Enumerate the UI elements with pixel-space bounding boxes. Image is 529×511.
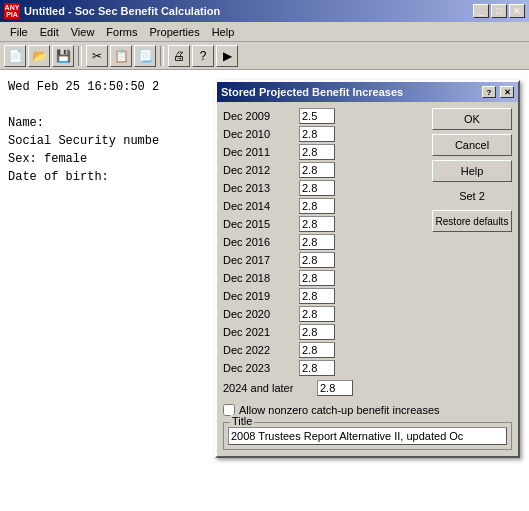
dialog-close-button[interactable]: ✕: [500, 86, 514, 98]
year-row: Dec 2011: [223, 144, 426, 160]
app-title-bar: ANYPIA Untitled - Soc Sec Benefit Calcul…: [0, 0, 529, 22]
year-label: Dec 2020: [223, 308, 295, 320]
year-row: Dec 2023: [223, 360, 426, 376]
year-input-11[interactable]: [299, 306, 335, 322]
year-label: Dec 2017: [223, 254, 295, 266]
menu-bar: File Edit View Forms Properties Help: [0, 22, 529, 42]
title-input[interactable]: [228, 427, 507, 445]
year-label: Dec 2016: [223, 236, 295, 248]
year-label: Dec 2013: [223, 182, 295, 194]
dialog-overlay: Stored Projected Benefit Increases ? ✕ D…: [0, 70, 529, 511]
year-row: Dec 2019: [223, 288, 426, 304]
minimize-button[interactable]: _: [473, 4, 489, 18]
year-label: Dec 2023: [223, 362, 295, 374]
year-label: Dec 2010: [223, 128, 295, 140]
separator-1: [78, 46, 82, 66]
cut-button[interactable]: ✂: [86, 45, 108, 67]
menu-edit[interactable]: Edit: [34, 25, 65, 39]
cancel-button[interactable]: Cancel: [432, 134, 512, 156]
run-button[interactable]: ▶: [216, 45, 238, 67]
year-row: Dec 2017: [223, 252, 426, 268]
help-btn[interactable]: Help: [432, 160, 512, 182]
dialog-title-bar: Stored Projected Benefit Increases ? ✕: [217, 82, 518, 102]
dialog-title: Stored Projected Benefit Increases: [221, 86, 478, 98]
menu-help[interactable]: Help: [206, 25, 241, 39]
stored-projected-dialog: Stored Projected Benefit Increases ? ✕ D…: [215, 80, 520, 458]
year-input-5[interactable]: [299, 198, 335, 214]
paste-button[interactable]: 📃: [134, 45, 156, 67]
year-input-2[interactable]: [299, 144, 335, 160]
close-button[interactable]: ✕: [509, 4, 525, 18]
year-row: Dec 2022: [223, 342, 426, 358]
dialog-help-button[interactable]: ?: [482, 86, 496, 98]
copy-button[interactable]: 📋: [110, 45, 132, 67]
year-row: Dec 2010: [223, 126, 426, 142]
maximize-button[interactable]: □: [491, 4, 507, 18]
year-row: Dec 2021: [223, 324, 426, 340]
print-button[interactable]: 🖨: [168, 45, 190, 67]
year-row: Dec 2009: [223, 108, 426, 124]
later-label: 2024 and later: [223, 382, 313, 394]
year-label: Dec 2011: [223, 146, 295, 158]
later-row: 2024 and later: [223, 380, 426, 396]
year-input-14[interactable]: [299, 360, 335, 376]
years-panel: Dec 2009Dec 2010Dec 2011Dec 2012Dec 2013…: [223, 108, 426, 396]
year-row: Dec 2020: [223, 306, 426, 322]
app-icon: ANYPIA: [4, 3, 20, 19]
year-rows-container: Dec 2009Dec 2010Dec 2011Dec 2012Dec 2013…: [223, 108, 426, 376]
year-label: Dec 2014: [223, 200, 295, 212]
menu-file[interactable]: File: [4, 25, 34, 39]
year-input-10[interactable]: [299, 288, 335, 304]
year-label: Dec 2018: [223, 272, 295, 284]
year-label: Dec 2015: [223, 218, 295, 230]
restore-defaults-button[interactable]: Restore defaults: [432, 210, 512, 232]
year-input-9[interactable]: [299, 270, 335, 286]
open-button[interactable]: 📂: [28, 45, 50, 67]
year-input-1[interactable]: [299, 126, 335, 142]
year-label: Dec 2021: [223, 326, 295, 338]
year-row: Dec 2015: [223, 216, 426, 232]
year-label: Dec 2022: [223, 344, 295, 356]
year-label: Dec 2019: [223, 290, 295, 302]
year-input-0[interactable]: [299, 108, 335, 124]
title-group-label: Title: [230, 415, 254, 427]
year-input-3[interactable]: [299, 162, 335, 178]
year-row: Dec 2012: [223, 162, 426, 178]
year-input-13[interactable]: [299, 342, 335, 358]
dialog-body: Dec 2009Dec 2010Dec 2011Dec 2012Dec 2013…: [217, 102, 518, 402]
year-input-8[interactable]: [299, 252, 335, 268]
ok-button[interactable]: OK: [432, 108, 512, 130]
checkbox-row: Allow nonzero catch-up benefit increases: [217, 402, 518, 418]
save-button[interactable]: 💾: [52, 45, 74, 67]
title-group: Title: [223, 422, 512, 450]
menu-forms[interactable]: Forms: [100, 25, 143, 39]
year-input-7[interactable]: [299, 234, 335, 250]
separator-2: [160, 46, 164, 66]
buttons-panel: OK Cancel Help Set 2 Restore defaults: [432, 108, 512, 396]
year-row: Dec 2018: [223, 270, 426, 286]
later-input[interactable]: [317, 380, 353, 396]
toolbar: 📄 📂 💾 ✂ 📋 📃 🖨 ? ▶: [0, 42, 529, 70]
set-label: Set 2: [432, 190, 512, 202]
year-row: Dec 2014: [223, 198, 426, 214]
window-controls: _ □ ✕: [473, 4, 525, 18]
year-row: Dec 2013: [223, 180, 426, 196]
help-button[interactable]: ?: [192, 45, 214, 67]
year-row: Dec 2016: [223, 234, 426, 250]
checkbox-label: Allow nonzero catch-up benefit increases: [239, 404, 440, 416]
main-area: Wed Feb 25 16:50:50 2 Name: Social Secur…: [0, 70, 529, 511]
year-input-6[interactable]: [299, 216, 335, 232]
menu-properties[interactable]: Properties: [144, 25, 206, 39]
year-input-4[interactable]: [299, 180, 335, 196]
year-label: Dec 2009: [223, 110, 295, 122]
year-label: Dec 2012: [223, 164, 295, 176]
year-input-12[interactable]: [299, 324, 335, 340]
app-title: Untitled - Soc Sec Benefit Calculation: [24, 5, 469, 17]
new-button[interactable]: 📄: [4, 45, 26, 67]
menu-view[interactable]: View: [65, 25, 101, 39]
